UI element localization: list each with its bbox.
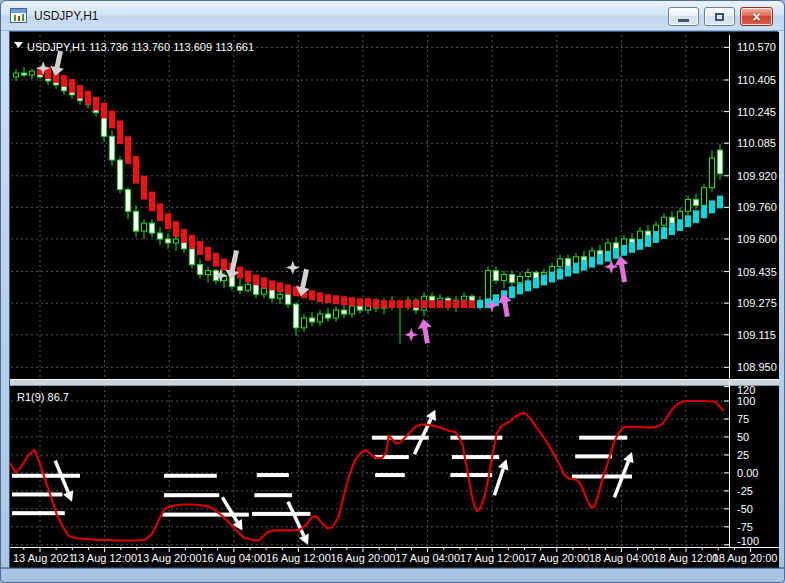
oscillator-level-segment (579, 436, 627, 440)
ribbon-block (165, 213, 171, 229)
ribbon-block (525, 280, 531, 291)
ribbon-block (309, 290, 315, 300)
ribbon-block (221, 259, 227, 271)
ribbon-block (109, 111, 115, 129)
oscillator-level-segment (164, 493, 219, 497)
oscillator-axis-label: -75 (737, 521, 753, 533)
ribbon-block (685, 215, 691, 227)
oscillator-level-segment (164, 474, 217, 478)
ribbon-block (693, 210, 699, 223)
close-button[interactable]: × (740, 7, 773, 26)
ribbon-block (669, 223, 675, 235)
ribbon-block (85, 91, 91, 105)
ribbon-block (413, 300, 419, 308)
ribbon-block (573, 263, 579, 274)
ribbon-block (125, 136, 131, 164)
ribbon-block (549, 272, 555, 283)
oscillator-level-segment (575, 454, 612, 458)
ribbon-block (605, 251, 611, 262)
price-axis-label: 109.760 (737, 201, 777, 213)
price-axis-label: 108.950 (737, 361, 777, 373)
time-axis-label: 18 Aug 12:00 (654, 552, 719, 564)
ribbon-block (205, 247, 211, 261)
oscillator-level-segment (252, 512, 310, 516)
ribbon-block (621, 245, 627, 256)
ribbon-block (189, 235, 195, 249)
ribbon-block (557, 269, 563, 280)
oscillator-axis-label: 100 (737, 395, 755, 407)
ribbon-block (117, 120, 123, 144)
time-axis-label: 17 Aug 20:00 (524, 552, 589, 564)
close-icon: × (752, 10, 760, 24)
oscillator-axis-label: -100 (737, 535, 759, 547)
time-axis-label: 13 Aug 2021 (13, 552, 75, 564)
ribbon-block (645, 235, 651, 247)
ribbon-block (597, 254, 603, 265)
ribbon-block (429, 300, 435, 308)
ribbon-block (357, 298, 363, 306)
oscillator-axis-label: -50 (737, 503, 753, 515)
oscillator-level-segment (162, 513, 248, 517)
ribbon-block (477, 300, 483, 308)
price-axis-label: 109.600 (737, 233, 777, 245)
time-axis-label: 16 Aug 20:00 (331, 552, 396, 564)
ribbon-block (157, 203, 163, 221)
time-axis-label: 18 Aug 04:00 (589, 552, 654, 564)
price-axis-label: 109.435 (737, 266, 777, 278)
ribbon-block (181, 229, 187, 243)
chart-client-area: 110.570110.405110.245110.085109.920109.7… (9, 31, 778, 567)
ribbon-block (437, 300, 443, 308)
frame-divider (1, 567, 785, 569)
ribbon-block (509, 286, 515, 298)
oscillator-axis-label: 50 (737, 431, 749, 443)
ribbon-block (565, 266, 571, 277)
ribbon-block (389, 300, 395, 308)
pane-separator[interactable] (10, 379, 779, 386)
ribbon-block (365, 298, 371, 307)
ribbon-block (253, 275, 259, 286)
price-axis-label: 110.245 (737, 106, 776, 118)
ribbon-block (381, 300, 387, 308)
ribbon-block (469, 300, 475, 308)
title-bar[interactable]: USDJPY,H1 × (1, 1, 784, 31)
time-axis-label: 13 Aug 12:00 (72, 552, 137, 564)
ribbon-block (349, 297, 355, 306)
ribbon-block (661, 227, 667, 239)
ribbon-block (341, 296, 347, 305)
ribbon-block (277, 282, 283, 292)
restore-button[interactable] (704, 7, 735, 26)
time-axis-label: 17 Aug 04:00 (395, 552, 460, 564)
ribbon-block (717, 196, 723, 209)
oscillator-level-segment (254, 493, 292, 497)
ribbon-block (269, 280, 275, 290)
ribbon-block (709, 200, 715, 213)
oscillator-axis-label: -25 (737, 485, 753, 497)
time-axis-label: 17 Aug 12:00 (460, 552, 525, 564)
ribbon-block (541, 275, 547, 286)
ribbon-block (421, 300, 427, 308)
candle (486, 267, 491, 303)
price-axis-label: 110.405 (737, 74, 776, 86)
oscillator-level-segment (12, 492, 62, 496)
price-chart-plot[interactable]: 110.570110.405110.245110.085109.920109.7… (10, 32, 779, 568)
time-axis-label: 13 Aug 20:00 (137, 552, 202, 564)
window-title: USDJPY,H1 (34, 9, 98, 23)
minimize-icon (678, 19, 689, 22)
ohlc-info-line: USDJPY,H1 113.736 113.760 113.609 113.66… (27, 41, 254, 53)
oscillator-level-segment (12, 474, 80, 478)
ribbon-block (653, 231, 659, 243)
price-axis-label: 110.570 (737, 41, 776, 53)
ribbon-block (69, 79, 75, 93)
ribbon-block (333, 295, 339, 304)
ribbon-block (101, 103, 107, 119)
ribbon-block (397, 300, 403, 308)
ribbon-block (581, 260, 587, 271)
time-axis-label: 16 Aug 12:00 (266, 552, 331, 564)
ribbon-block (461, 300, 467, 308)
ribbon-block (93, 97, 99, 111)
minimize-button[interactable] (668, 7, 699, 26)
ribbon-block (637, 239, 643, 250)
oscillator-level-segment (375, 473, 405, 477)
ribbon-block (453, 300, 459, 308)
ribbon-block (213, 253, 219, 267)
